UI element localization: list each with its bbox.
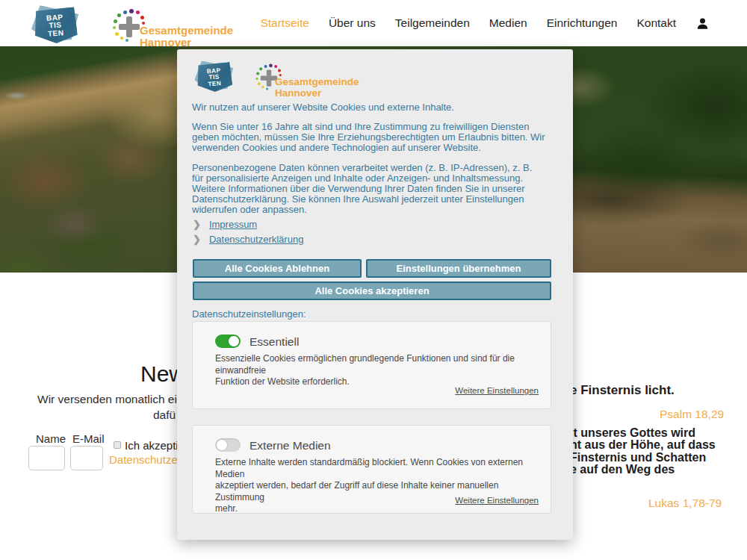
essential-title: Essentiell: [249, 335, 299, 349]
accept-all-cookies-button[interactable]: Alle Cookies akzeptieren: [193, 281, 551, 300]
email-label: E-Mail: [72, 432, 105, 445]
cookie-intro-text: Wir nutzen auf unserer Website Cookies u…: [192, 102, 560, 113]
consent-checkbox[interactable]: [114, 441, 121, 449]
newsletter-intro-line1: Wir versenden monatlich ei: [37, 393, 177, 406]
page: BAP TIS TEN Gesamtgemeinde Hannover Star…: [0, 0, 747, 560]
nav-item-einrichtungen[interactable]: Einrichtungen: [547, 16, 618, 30]
chevron-right-icon: ❯: [193, 219, 201, 230]
nav-item-medien[interactable]: Medien: [489, 16, 527, 30]
brand-wordmark: Gesamtgemeinde Hannover: [275, 77, 359, 99]
cookie-minor-notice: Wenn Sie unter 16 Jahre alt sind und Ihr…: [192, 122, 560, 153]
essential-cookies-card: Essentiell Essenzielle Cookies ermöglich…: [192, 321, 551, 409]
header: BAP TIS TEN Gesamtgemeinde Hannover Star…: [0, 0, 747, 46]
apply-settings-button[interactable]: Einstellungen übernehmen: [366, 259, 551, 278]
email-input[interactable]: [70, 446, 103, 470]
external-media-more-settings-link[interactable]: Weitere Einstellungen: [455, 496, 539, 505]
essential-toggle[interactable]: [215, 335, 241, 348]
brand-wordmark: Gesamtgemeinde Hannover: [140, 25, 233, 49]
privacy-settings-label: Datenschutzeinstellungen:: [192, 308, 306, 320]
impressum-link-row: ❯ Impressum: [193, 219, 257, 230]
brand-logo[interactable]: BAP TIS TEN Gesamtgemeinde Hannover: [29, 4, 201, 46]
dialog-brand-logo: BAP TIS TEN Gesamtgemeinde Hannover: [193, 60, 417, 96]
baptisten-shield-logo: BAP TIS TEN: [29, 6, 80, 45]
essential-description: Essenzielle Cookies ermöglichen grundleg…: [215, 353, 540, 388]
nav-item-ueber-uns[interactable]: Über uns: [329, 16, 376, 30]
shield-text: TEN: [48, 29, 64, 38]
reject-all-cookies-button[interactable]: Alle Cookies Ablehnen: [193, 259, 362, 278]
essential-more-settings-link[interactable]: Weitere Einstellungen: [455, 386, 539, 395]
external-media-toggle[interactable]: [215, 438, 241, 452]
name-input[interactable]: [28, 446, 65, 470]
nav-item-teilgemeinden[interactable]: Teilgemeinden: [395, 16, 470, 30]
hero-image-left: [0, 46, 177, 273]
hero-image-right: [573, 46, 747, 273]
cookie-data-notice: Personenbezogene Daten können verarbeite…: [192, 163, 560, 215]
external-media-description: Externe Inhalte werden standardmäßig blo…: [215, 457, 540, 515]
verse-lukas-text: it unseres Gottes wird ht aus der Höhe, …: [570, 427, 716, 476]
verse-lukas-ref: Lukas 1,78-79: [648, 497, 722, 510]
user-account-button[interactable]: [695, 16, 710, 31]
impressum-link[interactable]: Impressum: [209, 219, 257, 230]
external-media-card: Externe Medien Externe Inhalte werden st…: [192, 425, 551, 514]
baptisten-shield-logo: BAP TIS TEN: [193, 61, 235, 93]
name-label: Name: [36, 432, 66, 445]
external-media-title: Externe Medien: [249, 439, 331, 452]
user-icon: [695, 16, 710, 31]
cookie-button-row: Alle Cookies Ablehnen Einstellungen über…: [193, 259, 551, 278]
newsletter-intro-line2: dafü: [153, 408, 176, 422]
verse-psalm-text: e Finsternis licht.: [570, 383, 675, 398]
datenschutzerklaerung-link[interactable]: Datenschutzerklärung: [209, 234, 303, 245]
nav-item-kontakt[interactable]: Kontakt: [636, 16, 676, 30]
verse-psalm-ref: Psalm 18,29: [660, 408, 724, 421]
main-nav: Startseite Über uns Teilgemeinden Medien…: [260, 0, 710, 46]
cookie-consent-dialog: BAP TIS TEN Gesamtgemeinde Hannover Wir …: [177, 49, 573, 540]
chevron-right-icon: ❯: [193, 234, 201, 245]
nav-item-startseite[interactable]: Startseite: [260, 16, 309, 30]
datenschutzerklaerung-link-row: ❯ Datenschutzerklärung: [193, 234, 303, 245]
